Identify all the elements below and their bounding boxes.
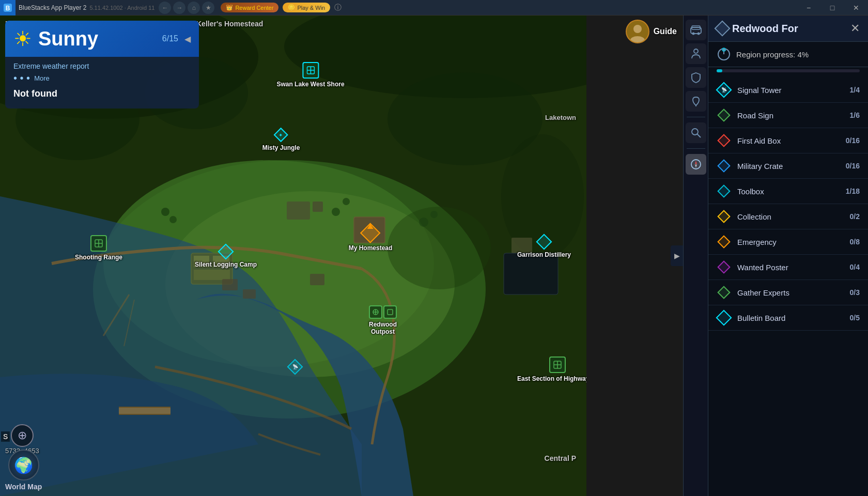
toolbar-compass-button[interactable] [686, 154, 706, 175]
toolbox-diamond [717, 184, 730, 197]
titlebar: B BlueStacks App Player 2 5.11.42.1002 ·… [0, 0, 868, 16]
marker-garrison[interactable]: Garrison Distillery [517, 235, 571, 258]
far-right-toolbar [683, 16, 708, 496]
first-aid-item-label: First Aid Box [737, 136, 840, 145]
marker-shooting-range[interactable]: Shooting Range [75, 235, 122, 261]
svg-point-56 [694, 49, 698, 53]
military-crate-item-label: Military Crate [737, 162, 840, 171]
play-win-label: Play & Win [297, 5, 325, 11]
wanted-poster-item-icon [717, 260, 731, 274]
emergency-item-label: Emergency [737, 238, 844, 246]
svg-point-58 [692, 129, 698, 135]
weather-collapse-button[interactable]: ◀ [184, 34, 191, 44]
play-win-button[interactable]: 🪙 Play & Win [283, 3, 330, 12]
marker-swan-lake[interactable]: Swan Lake West Shore [276, 62, 344, 88]
panel-item-toolbox[interactable]: Toolbox 1/18 [708, 179, 868, 204]
gather-experts-item-label: Gather Experts [737, 288, 844, 297]
svg-text:B: B [6, 5, 10, 12]
marker-redwood-outpost[interactable]: RedwoodOutpost [369, 305, 397, 335]
reward-center-button[interactable]: 👑 Reward Center [221, 3, 278, 12]
world-map-button[interactable]: 🌍 World Map [5, 450, 42, 491]
toolbar-leaf-button[interactable] [686, 91, 706, 112]
panel-item-first-aid[interactable]: First Aid Box 0/16 [708, 128, 868, 153]
nav-bookmark[interactable]: ★ [202, 2, 214, 14]
svg-rect-35 [504, 253, 558, 295]
laketown-label: Laketown [545, 114, 576, 121]
marker-silent-logging[interactable]: Silent Logging Camp [195, 244, 257, 268]
svg-point-31 [419, 218, 428, 227]
svg-point-64 [722, 48, 725, 51]
app-icon: B [0, 0, 16, 16]
toolbar-shield-button[interactable] [686, 67, 706, 88]
military-crate-diamond [717, 159, 730, 172]
toolbar-search-button[interactable] [686, 122, 706, 143]
redwood-outpost-label: RedwoodOutpost [369, 321, 397, 335]
region-progress-row: Region progress: 4% [708, 42, 868, 67]
toolbar-vehicle-button[interactable] [686, 20, 706, 40]
weather-more-row: • • • More [13, 72, 191, 84]
nav-forward[interactable]: → [173, 2, 185, 14]
region-icon [717, 47, 731, 61]
toolbar-person-button[interactable] [686, 43, 706, 64]
close-button[interactable]: ✕ [844, 0, 868, 16]
wanted-poster-item-count: 0/4 [850, 263, 860, 271]
svg-point-27 [161, 208, 169, 216]
app-title: BlueStacks App Player 2 [19, 4, 86, 11]
panel-close-button[interactable]: ✕ [850, 22, 860, 35]
panel-item-military-crate[interactable]: Military Crate 0/16 [708, 153, 868, 179]
svg-rect-22 [313, 202, 323, 212]
play-win-icon: 🪙 [288, 4, 295, 11]
panel-item-road-sign[interactable]: Road Sign 1/6 [708, 103, 868, 128]
panel-item-wanted-poster[interactable]: Wanted Poster 0/4 [708, 255, 868, 280]
panel-item-gather-experts[interactable]: Gather Experts 0/3 [708, 280, 868, 305]
silent-logging-icon [219, 244, 233, 259]
panel-header-diamond [714, 20, 730, 36]
svg-point-5 [93, 160, 486, 419]
svg-marker-61 [695, 161, 697, 164]
maximize-button[interactable]: □ [820, 0, 844, 16]
garrison-label: Garrison Distillery [517, 251, 571, 258]
reward-icon: 👑 [226, 4, 233, 11]
svg-rect-45 [388, 309, 393, 315]
emergency-item-count: 0/8 [850, 238, 860, 246]
panel-items-list: 📡 Signal Tower 1/4 Road Sign 1/6 First A… [708, 78, 868, 496]
bulletin-board-item-count: 0/5 [850, 314, 860, 322]
wanted-poster-item-label: Wanted Poster [737, 263, 844, 272]
first-aid-item-count: 0/16 [846, 136, 860, 145]
svg-rect-8 [119, 407, 171, 414]
weather-counter: 6/15 [162, 34, 178, 43]
first-aid-diamond [717, 134, 730, 147]
progress-bar-background [717, 69, 860, 72]
road-sign-diamond [717, 109, 730, 121]
nav-home[interactable]: ⌂ [188, 2, 200, 14]
nav-back[interactable]: ← [159, 2, 171, 14]
guide-button[interactable]: Guide [626, 20, 677, 43]
minimize-button[interactable]: − [797, 0, 820, 16]
svg-line-34 [124, 300, 134, 346]
panel-item-emergency[interactable]: Emergency 0/8 [708, 229, 868, 255]
weather-report-label: Extreme weather report [13, 62, 191, 70]
shooting-range-icon [90, 235, 107, 252]
marker-misty-jungle[interactable]: ✦ Misty Jungle [262, 128, 300, 151]
weather-not-found: Not found [13, 84, 191, 103]
svg-point-28 [169, 216, 177, 223]
marker-east-highway[interactable]: East Section of Highway 23 [517, 357, 586, 382]
collection-item-label: Collection [737, 212, 844, 221]
expand-panel-button[interactable]: ▶ [671, 245, 683, 266]
first-aid-item-icon [717, 133, 731, 148]
panel-header: Redwood For ✕ [708, 16, 868, 42]
toolbar-divider-1 [687, 117, 705, 117]
svg-marker-62 [695, 164, 697, 168]
weather-more-button[interactable]: More [34, 74, 50, 82]
garrison-icon [537, 235, 551, 249]
progress-bar-row [708, 67, 868, 78]
help-button[interactable]: ⓘ [334, 3, 342, 12]
svg-point-13 [388, 72, 542, 165]
panel-item-signal-tower[interactable]: 📡 Signal Tower 1/4 [708, 78, 868, 103]
panel-item-collection[interactable]: Collection 0/2 [708, 204, 868, 229]
svg-rect-24 [243, 289, 256, 299]
panel-item-bulletin-board[interactable]: Bulletin Board 0/5 [708, 305, 868, 331]
marker-my-homestead[interactable]: My Homestead [349, 224, 393, 252]
marker-signal[interactable]: 📡 [288, 360, 302, 374]
military-crate-item-icon [717, 159, 731, 173]
